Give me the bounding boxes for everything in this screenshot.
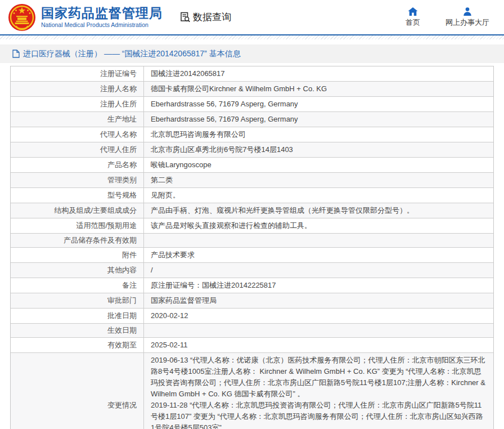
registration-info-table: 注册证编号国械注进20142065817注册人名称德国卡威有限公司Kirchne… <box>10 66 494 429</box>
row-value: 该产品是对喉头直接观察和进行检查的辅助工具。 <box>144 218 493 233</box>
row-value: 原注册证编号：国械注进20142225817 <box>144 278 493 293</box>
national-emblem-logo <box>8 3 36 32</box>
nav-home[interactable]: 首页 <box>399 7 426 28</box>
row-value: 国械注进20142065817 <box>144 66 493 81</box>
table-row: 产品储存条件及有效期 <box>11 233 493 247</box>
row-label: 适用范围/预期用途 <box>11 218 144 233</box>
row-value: 2019-06-13 “代理人名称：优诺康（北京）医药技术服务有限公司；代理人住… <box>144 353 493 429</box>
row-value <box>144 234 493 247</box>
nav-service-hall[interactable]: 网上办事大厅 <box>446 7 489 28</box>
nav-home-label: 首页 <box>406 17 420 28</box>
table-row: 有效期至2025-02-11 <box>11 337 493 352</box>
row-label: 代理人住所 <box>11 142 144 157</box>
row-value: 喉镜Laryngoscope <box>144 158 493 172</box>
table-row: 生产地址Eberhardstrasse 56, 71679 Asperg, Ge… <box>11 111 493 127</box>
row-value: Eberhardstrasse 56, 71679 Asperg, German… <box>144 97 493 111</box>
row-value: 产品技术要求 <box>144 248 493 262</box>
row-label: 注册人名称 <box>11 82 144 96</box>
row-value: 2020-02-12 <box>144 309 493 323</box>
row-label: 结构及组成/主要组成成分 <box>11 203 144 218</box>
row-label: 变更情况 <box>11 353 144 429</box>
hatch-strip <box>0 35 504 39</box>
row-value <box>144 324 493 337</box>
table-row: 适用范围/预期用途该产品是对喉头直接观察和进行检查的辅助工具。 <box>11 218 493 233</box>
home-icon <box>408 7 418 16</box>
row-value: 第二类 <box>144 173 493 187</box>
row-label: 附件 <box>11 248 144 262</box>
table-row: 其他内容/ <box>11 262 493 278</box>
row-value: 2025-02-11 <box>144 338 493 352</box>
row-label: 有效期至 <box>11 338 144 352</box>
row-value: 北京凯思玛咨询服务有限公司 <box>144 127 493 142</box>
row-label: 管理类别 <box>11 173 144 187</box>
row-value: 北京市房山区卓秀北街6号院7号楼14层1403 <box>144 142 493 157</box>
row-label: 生效日期 <box>11 324 144 337</box>
row-label: 产品储存条件及有效期 <box>11 234 144 247</box>
table-row: 管理类别第二类 <box>11 172 493 187</box>
document-icon <box>12 50 20 58</box>
row-value: / <box>144 263 493 278</box>
row-value: 见附页。 <box>144 188 493 203</box>
row-label: 生产地址 <box>11 112 144 127</box>
table-row: 备注原注册证编号：国械注进20142225817 <box>11 278 493 293</box>
document-search-icon <box>179 11 191 23</box>
breadcrumb: 进口医疗器械（注册） —— “国械注进20142065817” 基本信息 <box>0 44 504 63</box>
table-row: 审批部门国家药品监督管理局 <box>11 293 493 308</box>
table-row: 代理人住所北京市房山区卓秀北街6号院7号楼14层1403 <box>11 142 493 157</box>
row-label: 批准日期 <box>11 309 144 323</box>
table-row: 注册证编号国械注进20142065817 <box>11 66 493 81</box>
top-nav: 首页 网上办事大厅 <box>399 7 496 28</box>
row-label: 审批部门 <box>11 293 144 308</box>
nav-service-hall-label: 网上办事大厅 <box>446 17 489 28</box>
row-label: 代理人名称 <box>11 127 144 142</box>
person-icon <box>463 7 472 16</box>
row-value: 产品由手柄、灯泡、窥视片和光纤更换导管组成（光纤更换导管仅限部分型号）。 <box>144 203 493 218</box>
table-row: 附件产品技术要求 <box>11 247 493 262</box>
row-label: 其他内容 <box>11 263 144 278</box>
table-row: 产品名称喉镜Laryngoscope <box>11 157 493 172</box>
site-header: 国家药品监督管理局 National Medical Products Admi… <box>0 0 504 34</box>
data-query-link[interactable]: 数据查询 <box>179 11 231 24</box>
row-value: 德国卡威有限公司Kirchner & Wilhelm GmbH + Co. KG <box>144 82 493 96</box>
table-row: 变更情况2019-06-13 “代理人名称：优诺康（北京）医药技术服务有限公司；… <box>11 352 493 429</box>
data-query-label: 数据查询 <box>193 11 231 24</box>
row-value: 国家药品监督管理局 <box>144 293 493 308</box>
row-value: Eberhardstrasse 56, 71679 Asperg, German… <box>144 112 493 127</box>
table-row: 批准日期2020-02-12 <box>11 308 493 323</box>
table-row: 生效日期 <box>11 323 493 337</box>
row-label: 注册证编号 <box>11 66 144 81</box>
table-row: 注册人名称德国卡威有限公司Kirchner & Wilhelm GmbH + C… <box>11 81 493 96</box>
site-title: 国家药品监督管理局 <box>41 6 163 20</box>
table-row: 结构及组成/主要组成成分产品由手柄、灯泡、窥视片和光纤更换导管组成（光纤更换导管… <box>11 203 493 218</box>
breadcrumb-text: 进口医疗器械（注册） —— “国械注进20142065817” 基本信息 <box>23 49 241 59</box>
table-row: 注册人住所Eberhardstrasse 56, 71679 Asperg, G… <box>11 96 493 111</box>
table-row: 型号规格见附页。 <box>11 187 493 203</box>
row-label: 产品名称 <box>11 158 144 172</box>
row-label: 备注 <box>11 278 144 293</box>
row-label: 型号规格 <box>11 188 144 203</box>
site-subtitle: National Medical Products Administration <box>41 22 163 29</box>
row-label: 注册人住所 <box>11 97 144 111</box>
table-row: 代理人名称北京凯思玛咨询服务有限公司 <box>11 127 493 142</box>
